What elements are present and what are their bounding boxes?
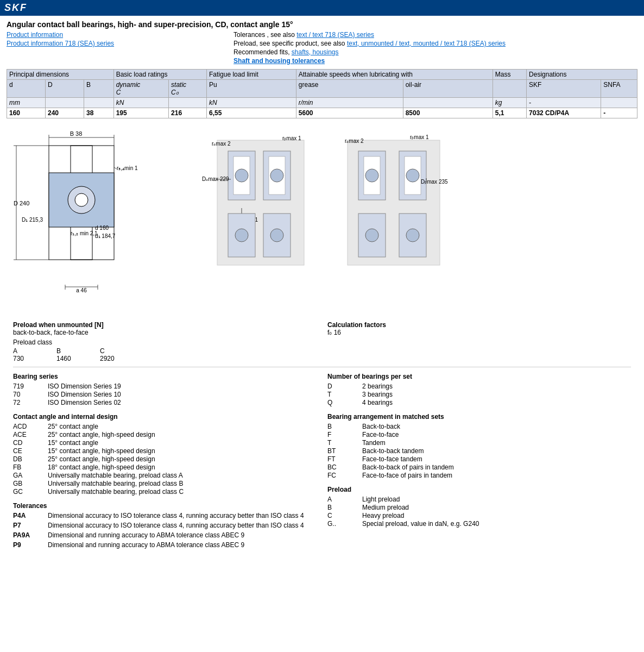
unit-rpm1: r/min xyxy=(296,98,403,108)
arr-item-5: BC Back-to-back of pairs in tandem xyxy=(327,463,631,471)
arr-item-6: FC Face-to-face of pairs in tandem xyxy=(327,472,631,479)
val-D: 240 xyxy=(45,108,84,118)
contact-item-8: GC Universally matchable bearing, preloa… xyxy=(13,488,317,496)
subheader-oil: oil-air xyxy=(403,80,493,98)
preload-val-B: 1460 xyxy=(56,355,100,362)
svg-point-26 xyxy=(235,169,248,182)
svg-point-4 xyxy=(75,193,88,206)
svg-text:Dₐmax  229: Dₐmax 229 xyxy=(202,176,229,182)
preload-subtitle: back-to-back, face-to-face xyxy=(13,329,317,336)
product-info-718-link[interactable]: Product information 718 (SEA) series xyxy=(7,40,114,47)
arr-item-1: F Face-to-face xyxy=(327,431,631,438)
val-Pu: 6,55 xyxy=(207,108,296,118)
bps-item-1: T 3 bearings xyxy=(327,391,631,398)
preload-class-B-header: B xyxy=(56,347,100,355)
preload-link[interactable]: text, unmounted / text, mounted / text 7… xyxy=(347,40,506,47)
val-d: 160 xyxy=(7,108,46,118)
unit-rpm2 xyxy=(403,98,493,108)
col-mass: Mass xyxy=(493,70,526,80)
svg-text:Dᵦmax  235: Dᵦmax 235 xyxy=(421,179,448,185)
preload-class-title: Preload xyxy=(327,486,631,493)
calc-f0: f₀ 16 xyxy=(327,329,631,336)
subheader-Pu: Pu xyxy=(207,80,296,98)
bearings-per-set-title: Number of bearings per set xyxy=(327,373,631,380)
arrangement-title: Bearing arrangement in matched sets xyxy=(327,413,631,421)
contact-item-7: GB Universally matchable bearing, preloa… xyxy=(13,480,317,487)
shaft-housing-link[interactable]: Shaft and housing tolerances xyxy=(233,57,325,65)
svg-text:a 46: a 46 xyxy=(76,287,87,293)
subheader-mass xyxy=(493,80,526,98)
svg-point-29 xyxy=(270,169,283,182)
col-designations: Designations xyxy=(527,70,637,80)
preload-class-C-header: C xyxy=(100,347,143,355)
subheader-C0: static C₀ xyxy=(169,80,207,98)
unit-dash1: - xyxy=(527,98,601,108)
unit-kN2 xyxy=(169,98,207,108)
tolerances-pre: Tolerances , see also xyxy=(233,31,296,39)
tolerance-item-0: P4A Dimensional accuracy to ISO toleranc… xyxy=(13,512,317,519)
preload-class-A-header: A xyxy=(13,347,56,355)
pc-item-2: C Heavy preload xyxy=(327,512,631,519)
bearing-series-item-1: 70 ISO Dimension Series 10 xyxy=(13,391,317,398)
pc-item-1: B Medium preload xyxy=(327,504,631,511)
contact-item-4: DB 25° contact angle, high-speed design xyxy=(13,455,317,463)
preload-val-C: 2920 xyxy=(100,355,143,362)
contact-item-5: FB 18° contact angle, high-speed design xyxy=(13,463,317,471)
svg-text:r₃,₄min  1: r₃,₄min 1 xyxy=(117,165,138,171)
col-principal-dimensions: Principal dimensions xyxy=(7,70,114,80)
tolerance-item-3: P9 Dimensional and running accuracy to A… xyxy=(13,541,317,549)
svg-text:rₐmax  2: rₐmax 2 xyxy=(345,138,364,144)
svg-point-37 xyxy=(235,229,248,242)
col-speeds: Attainable speeds when lubricating with xyxy=(296,70,493,80)
subheader-skf: SKF xyxy=(527,80,601,98)
preload-class-label: Preload class xyxy=(13,338,317,346)
bearing-diagram-main: B 38 r₃,₄min 1 D 240 D₁ 215,3 r₁,₂ min 2… xyxy=(11,129,185,310)
unit-mm: mm xyxy=(7,98,46,108)
val-oil: 8500 xyxy=(403,108,493,118)
svg-text:D₁ 215,3: D₁ 215,3 xyxy=(22,217,43,223)
bps-item-0: D 2 bearings xyxy=(327,383,631,390)
header-bar: SKF xyxy=(0,0,644,16)
pc-item-3: G.. Special preload, value in daN, e.g. … xyxy=(327,520,631,528)
tolerances-title: Tolerances xyxy=(13,502,317,510)
skf-logo: SKF xyxy=(4,2,27,13)
svg-text:rₐmax  2: rₐmax 2 xyxy=(212,141,231,147)
col-basic-load-ratings: Basic load ratings xyxy=(113,70,206,80)
contact-item-2: CD 15° contact angle xyxy=(13,439,317,447)
recommended-fits-link[interactable]: shafts, housings xyxy=(292,48,339,56)
val-B: 38 xyxy=(84,108,113,118)
val-grease: 5600 xyxy=(296,108,403,118)
svg-text:rᵦmax  1: rᵦmax 1 xyxy=(410,134,429,140)
recommended-fits-pre: Recommended fits, xyxy=(233,48,292,56)
bps-item-2: Q 4 bearings xyxy=(327,399,631,406)
product-info-link[interactable]: Product information xyxy=(7,31,114,39)
bearing-series-title: Bearing series xyxy=(13,373,317,380)
val-skf-designation: 7032 CD/P4A xyxy=(527,108,601,118)
page-title: Angular contact ball bearings, high- and… xyxy=(7,20,637,29)
svg-point-43 xyxy=(365,169,378,182)
unit-mm3 xyxy=(84,98,113,108)
svg-point-53 xyxy=(365,229,378,242)
calc-title: Calculation factors xyxy=(327,321,631,329)
contact-item-0: ACD 25° contact angle xyxy=(13,423,317,430)
svg-point-46 xyxy=(406,169,419,182)
preload-val-A: 730 xyxy=(13,355,56,362)
svg-text:d₁ 184,7: d₁ 184,7 xyxy=(95,233,116,239)
subheader-D: D xyxy=(45,80,84,98)
val-snfa-designation: - xyxy=(601,108,637,118)
subheader-grease: grease xyxy=(296,80,403,98)
arr-item-4: FT Face-to-face tandem xyxy=(327,455,631,463)
unit-kN3: kN xyxy=(207,98,296,108)
svg-text:B 38: B 38 xyxy=(70,130,83,137)
val-C: 195 xyxy=(113,108,168,118)
svg-text:d 160: d 160 xyxy=(95,225,109,231)
tolerances-link[interactable]: text / text 718 (SEA) series xyxy=(296,31,374,39)
unit-mm2 xyxy=(45,98,84,108)
subheader-snfa: SNFA xyxy=(601,80,637,98)
contact-angle-title: Contact angle and internal design xyxy=(13,413,317,421)
svg-text:r₁,₂ min  2,1: r₁,₂ min 2,1 xyxy=(71,230,98,236)
preload-title: Preload when unmounted [N] xyxy=(13,321,317,329)
arr-item-0: B Back-to-back xyxy=(327,423,631,430)
bearing-series-item-2: 72 ISO Dimension Series 02 xyxy=(13,399,317,406)
tolerance-item-2: PA9A Dimensional and running accuracy to… xyxy=(13,531,317,539)
